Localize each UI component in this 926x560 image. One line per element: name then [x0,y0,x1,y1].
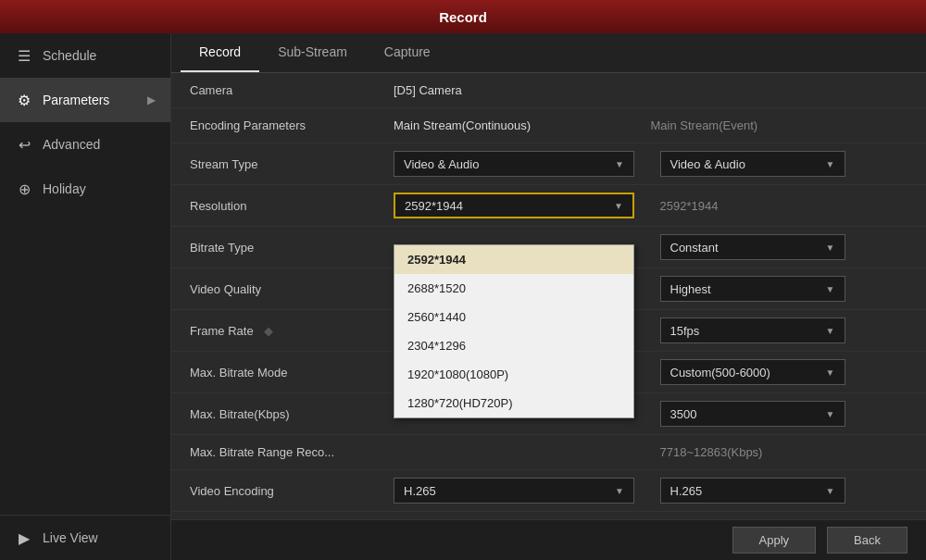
video-encoding-caret: ▼ [615,486,624,496]
tab-record[interactable]: Record [181,33,259,72]
stream-type-caret: ▼ [615,159,624,169]
back-button[interactable]: Back [827,527,907,554]
sidebar-item-schedule[interactable]: ☰ Schedule [0,33,170,78]
frame-rate-label: Frame Rate ◆ [190,324,394,338]
max-bitrate-mode-label: Max. Bitrate Mode [190,366,394,380]
resolution-dropdown-list: 2592*1944 2688*1520 2560*1440 2304*1296 … [394,244,634,418]
bitrate-type-value2: Constant ▼ [642,234,908,260]
tab-capture[interactable]: Capture [366,33,449,72]
sidebar-item-holiday[interactable]: ⊕ Holiday [0,167,170,211]
video-encoding-caret-right: ▼ [826,486,835,496]
form-row-resolution: Resolution 2592*1944 ▼ 2592*1944 [171,185,926,227]
stream-type-dropdown-right[interactable]: Video & Audio ▼ [660,151,845,177]
max-bitrate-mode-value2: Custom(500-6000) ▼ [642,359,908,385]
video-quality-caret: ▼ [826,284,835,294]
live-view-icon: ▶ [15,529,33,547]
resolution-dropdown[interactable]: 2592*1944 ▼ [394,193,634,218]
video-quality-dropdown[interactable]: Highest ▼ [660,276,845,302]
title-bar: Record [0,0,926,33]
resolution-option-5[interactable]: 1920*1080(1080P) [394,360,633,389]
stream-type-value1: Video & Audio ▼ [394,151,642,177]
video-encoding-dropdown[interactable]: H.265 ▼ [394,478,634,504]
resolution-value2: 2592*1944 [642,199,908,213]
sidebar-label-advanced: Advanced [43,137,100,152]
parameters-arrow: ▶ [147,93,156,106]
form-row-encoding-params: Encoding Parameters Main Stream(Continuo… [171,108,926,143]
form-row-stream-type: Stream Type Video & Audio ▼ Video & Audi… [171,143,926,185]
schedule-icon: ☰ [15,46,33,65]
sidebar-label-parameters: Parameters [43,93,109,107]
resolution-option-4[interactable]: 2304*1296 [394,331,633,360]
resolution-option-6[interactable]: 1280*720(HD720P) [394,389,633,417]
tab-bar: Record Sub-Stream Capture [171,33,926,73]
encoding-params-label: Encoding Parameters [190,118,394,132]
bitrate-type-caret: ▼ [826,243,835,253]
resolution-value1: 2592*1944 ▼ [394,193,642,218]
bitrate-type-label: Bitrate Type [190,241,394,255]
form-area: Camera [D5] Camera Encoding Parameters M… [171,73,926,519]
stream-type-dropdown[interactable]: Video & Audio ▼ [394,151,634,177]
encoding-params-value2: Main Stream(Event) [651,118,908,132]
frame-rate-value2: 15fps ▼ [642,317,908,343]
frame-rate-caret: ▼ [826,326,835,336]
sidebar-item-parameters[interactable]: ⚙ Parameters ▶ [0,78,170,122]
form-row-video-encoding: Video Encoding H.265 ▼ H.265 ▼ [171,470,926,512]
frame-rate-dropdown[interactable]: 15fps ▼ [660,317,845,343]
form-row-enable-h265: Enable H.265+ [171,512,926,519]
form-row-camera: Camera [D5] Camera [171,73,926,108]
resolution-caret: ▼ [614,201,623,211]
title-text: Record [439,9,487,25]
max-bitrate-mode-dropdown[interactable]: Custom(500-6000) ▼ [660,359,845,385]
video-encoding-dropdown-right[interactable]: H.265 ▼ [660,478,845,504]
stream-type-caret-right: ▼ [826,159,835,169]
resolution-option-1[interactable]: 2592*1944 [394,245,633,274]
resolution-option-2[interactable]: 2688*1520 [394,274,633,303]
sidebar-item-advanced[interactable]: ↩ Advanced [0,122,170,167]
video-quality-label: Video Quality [190,282,394,296]
advanced-icon: ↩ [15,135,33,154]
form-row-max-bitrate-range: Max. Bitrate Range Reco... 7718~12863(Kb… [171,435,926,470]
max-bitrate-kbps-caret: ▼ [826,409,835,419]
max-bitrate-kbps-dropdown[interactable]: 3500 ▼ [660,401,845,427]
camera-label: Camera [190,83,394,97]
sidebar-label-holiday: Holiday [43,181,86,196]
bitrate-type-dropdown[interactable]: Constant ▼ [660,234,845,260]
max-bitrate-kbps-label: Max. Bitrate(Kbps) [190,407,394,421]
stream-type-value2: Video & Audio ▼ [642,151,908,177]
camera-value: [D5] Camera [394,83,651,97]
stream-type-label: Stream Type [190,157,394,171]
max-bitrate-range-label: Max. Bitrate Range Reco... [190,445,394,459]
resolution-label: Resolution [190,199,394,213]
sidebar-item-live-view[interactable]: ▶ Live View [0,516,170,560]
max-bitrate-range-value2: 7718~12863(Kbps) [642,445,908,459]
bottom-bar: Apply Back [171,519,926,560]
resolution-option-3[interactable]: 2560*1440 [394,303,633,331]
tab-sub-stream[interactable]: Sub-Stream [259,33,366,72]
holiday-icon: ⊕ [15,180,33,198]
video-quality-value2: Highest ▼ [642,276,908,302]
sidebar-label-schedule: Schedule [43,48,96,63]
apply-button[interactable]: Apply [732,527,817,554]
sidebar: ☰ Schedule ⚙ Parameters ▶ ↩ Advanced ⊕ H… [0,33,171,560]
max-bitrate-mode-caret: ▼ [826,367,835,378]
encoding-params-value1: Main Stream(Continuous) [394,118,651,132]
video-encoding-value1: H.265 ▼ [394,478,642,504]
video-encoding-label: Video Encoding [190,484,394,498]
video-encoding-value2: H.265 ▼ [642,478,908,504]
content-area: Record Sub-Stream Capture Camera [D5] Ca… [171,33,926,560]
sidebar-label-live-view: Live View [43,530,98,545]
max-bitrate-kbps-value2: 3500 ▼ [642,401,908,427]
encoding-main-stream: Main Stream(Continuous) [394,118,531,132]
parameters-icon: ⚙ [15,91,33,109]
